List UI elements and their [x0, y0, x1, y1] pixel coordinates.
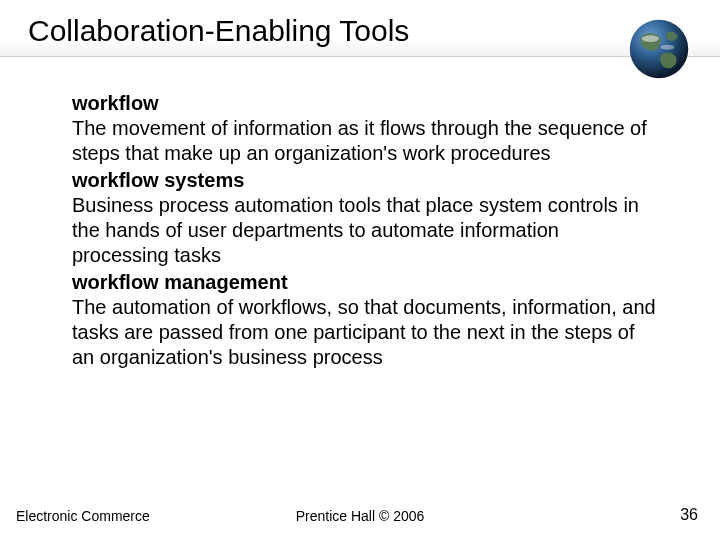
svg-point-2 — [642, 35, 659, 42]
title-bar: Collaboration-Enabling Tools — [0, 0, 720, 57]
footer-center: Prentice Hall © 2006 — [296, 508, 425, 524]
page-number: 36 — [680, 506, 698, 524]
term-workflow: workflow — [72, 91, 660, 116]
footer-left: Electronic Commerce — [16, 508, 150, 524]
svg-point-3 — [661, 45, 675, 50]
slide-body: workflow The movement of information as … — [0, 57, 720, 370]
def-workflow-systems: Business process automation tools that p… — [72, 193, 660, 268]
def-workflow: The movement of information as it flows … — [72, 116, 660, 166]
slide-title: Collaboration-Enabling Tools — [28, 14, 692, 48]
term-workflow-systems: workflow systems — [72, 168, 660, 193]
def-workflow-management: The automation of workflows, so that doc… — [72, 295, 660, 370]
term-workflow-management: workflow management — [72, 270, 660, 295]
svg-point-1 — [630, 20, 688, 78]
globe-icon — [616, 6, 702, 92]
